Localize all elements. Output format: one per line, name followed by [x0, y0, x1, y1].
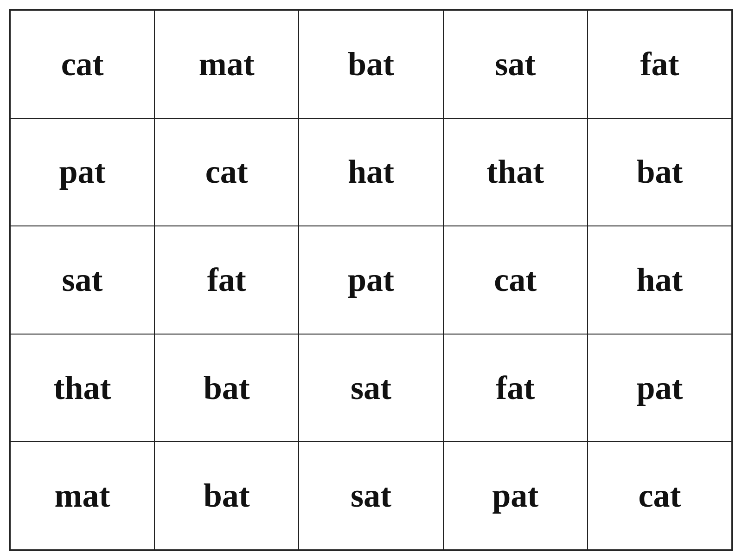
word-grid: catmatbatsatfatpatcathatthatbatsatfatpat…	[9, 9, 733, 551]
word-label: pat	[59, 153, 106, 191]
grid-cell: hat	[299, 118, 443, 226]
grid-cell: pat	[10, 118, 154, 226]
word-label: fat	[640, 45, 679, 84]
grid-cell: fat	[443, 334, 588, 442]
word-label: cat	[494, 261, 537, 299]
grid-cell: sat	[299, 442, 443, 550]
grid-cell: sat	[10, 226, 154, 334]
word-label: bat	[204, 369, 250, 407]
grid-cell: mat	[154, 10, 299, 118]
word-label: fat	[496, 369, 535, 407]
grid-cell: bat	[588, 118, 732, 226]
grid-cell: bat	[299, 10, 443, 118]
grid-cell: bat	[154, 442, 299, 550]
word-label: mat	[199, 45, 255, 84]
grid-cell: sat	[443, 10, 588, 118]
grid-cell: fat	[154, 226, 299, 334]
grid-cell: cat	[588, 442, 732, 550]
word-label: pat	[636, 369, 683, 407]
word-label: bat	[348, 45, 394, 84]
word-label: sat	[495, 45, 536, 84]
word-label: that	[486, 153, 544, 191]
word-label: bat	[636, 153, 683, 191]
grid-cell: bat	[154, 334, 299, 442]
word-label: cat	[205, 153, 248, 191]
word-label: cat	[638, 476, 681, 515]
word-label: sat	[351, 369, 391, 407]
word-label: sat	[62, 261, 103, 299]
grid-cell: mat	[10, 442, 154, 550]
grid-cell: that	[10, 334, 154, 442]
word-label: mat	[55, 476, 110, 515]
word-label: hat	[348, 153, 394, 191]
word-label: pat	[492, 476, 538, 515]
word-label: hat	[636, 261, 683, 299]
word-label: sat	[351, 476, 391, 515]
grid-cell: cat	[443, 226, 588, 334]
grid-cell: pat	[588, 334, 732, 442]
grid-cell: pat	[443, 442, 588, 550]
grid-cell: cat	[10, 10, 154, 118]
grid-cell: cat	[154, 118, 299, 226]
grid-cell: pat	[299, 226, 443, 334]
grid-cell: hat	[588, 226, 732, 334]
word-label: bat	[204, 476, 250, 515]
word-label: that	[54, 369, 111, 407]
grid-cell: fat	[588, 10, 732, 118]
word-label: cat	[61, 45, 104, 84]
grid-cell: sat	[299, 334, 443, 442]
grid-cell: that	[443, 118, 588, 226]
word-label: fat	[207, 261, 246, 299]
word-label: pat	[348, 261, 394, 299]
